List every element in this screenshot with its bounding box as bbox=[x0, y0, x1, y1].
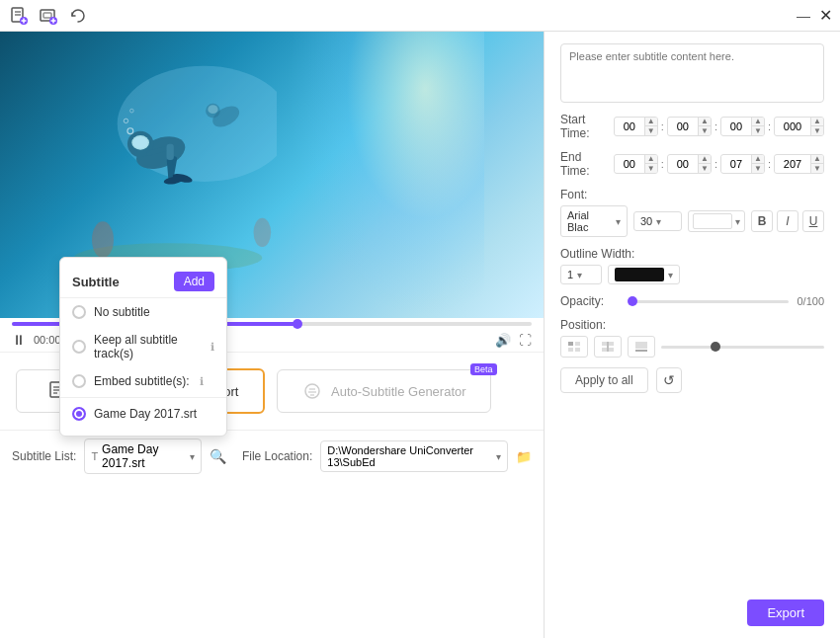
start-ms-field[interactable] bbox=[775, 119, 810, 134]
apply-to-all-button[interactable]: Apply to all bbox=[560, 367, 648, 393]
opacity-thumb[interactable] bbox=[628, 296, 637, 306]
font-family-select[interactable]: Arial Blac ▾ bbox=[560, 205, 628, 237]
game-day-item[interactable]: Game Day 2017.srt bbox=[60, 400, 226, 428]
right-panel: Start Time: ▲ ▼ : ▲ ▼ : bbox=[544, 32, 840, 638]
keep-all-radio[interactable] bbox=[72, 340, 86, 354]
folder-icon[interactable]: 📁 bbox=[516, 449, 532, 464]
export-button[interactable]: Export bbox=[747, 599, 824, 626]
end-sec-down[interactable]: ▼ bbox=[752, 164, 764, 173]
end-min-field[interactable] bbox=[668, 156, 698, 172]
end-ms-down[interactable]: ▼ bbox=[811, 164, 823, 173]
end-min-up[interactable]: ▲ bbox=[699, 155, 711, 164]
start-min-down[interactable]: ▼ bbox=[699, 126, 711, 135]
pause-button[interactable]: ⏸ bbox=[12, 332, 26, 348]
close-button[interactable]: ✕ bbox=[818, 9, 832, 23]
game-day-radio[interactable] bbox=[72, 407, 86, 421]
start-ms-down[interactable]: ▼ bbox=[811, 126, 823, 135]
svg-point-37 bbox=[305, 384, 319, 398]
refresh-icon[interactable] bbox=[67, 5, 89, 27]
font-size-select[interactable]: 30 ▾ bbox=[633, 211, 682, 231]
outline-color-picker[interactable]: ▾ bbox=[608, 265, 680, 284]
embed-radio[interactable] bbox=[72, 374, 86, 388]
position-thumb[interactable] bbox=[711, 342, 720, 352]
end-sec-up[interactable]: ▲ bbox=[752, 155, 764, 164]
start-ms-input[interactable]: ▲ ▼ bbox=[774, 117, 824, 136]
end-hour-up[interactable]: ▲ bbox=[645, 155, 657, 164]
minimize-button[interactable]: — bbox=[797, 9, 810, 23]
position-top-center-button[interactable] bbox=[594, 336, 622, 358]
popup-header: Subtitle Add bbox=[60, 266, 226, 298]
subtitle-dropdown[interactable]: T Game Day 2017.srt ▾ bbox=[84, 439, 202, 474]
beta-badge: Beta bbox=[470, 363, 497, 375]
search-icon[interactable]: 🔍 bbox=[210, 448, 226, 464]
end-ms-up[interactable]: ▲ bbox=[811, 155, 823, 164]
position-bottom-icon bbox=[634, 341, 648, 353]
start-min-up[interactable]: ▲ bbox=[699, 118, 711, 126]
start-hour-up[interactable]: ▲ bbox=[645, 118, 657, 126]
end-hour-field[interactable] bbox=[615, 156, 644, 172]
end-sep-2: : bbox=[714, 158, 718, 170]
end-ms-field[interactable] bbox=[775, 156, 810, 172]
add-subtitle-button[interactable]: Add bbox=[174, 272, 214, 291]
auto-subtitle-button[interactable]: Auto-Subtitle Generator bbox=[277, 369, 491, 413]
end-ms-input[interactable]: ▲ ▼ bbox=[774, 154, 824, 174]
bold-button[interactable]: B bbox=[751, 210, 773, 232]
end-sep-3: : bbox=[767, 158, 772, 170]
position-row bbox=[560, 336, 824, 358]
new-tab-icon[interactable] bbox=[38, 5, 59, 27]
italic-button[interactable]: I bbox=[777, 210, 798, 232]
end-sec-field[interactable] bbox=[721, 156, 751, 172]
start-sec-up[interactable]: ▲ bbox=[752, 118, 764, 126]
font-size-value: 30 bbox=[640, 215, 652, 227]
embed-item[interactable]: Embed subtitle(s): ℹ bbox=[60, 367, 226, 395]
end-sec-spinners: ▲ ▼ bbox=[751, 155, 764, 173]
new-file-icon[interactable] bbox=[8, 5, 30, 27]
outline-color-chevron: ▾ bbox=[668, 270, 673, 280]
svg-rect-42 bbox=[575, 342, 580, 346]
opacity-row: Opacity: 0/100 bbox=[560, 294, 824, 308]
position-bottom-button[interactable] bbox=[628, 336, 655, 358]
no-subtitle-label: No subtitle bbox=[94, 305, 150, 319]
end-sec-input[interactable]: ▲ ▼ bbox=[720, 154, 765, 174]
start-ms-spinners: ▲ ▼ bbox=[810, 118, 823, 135]
start-min-input[interactable]: ▲ ▼ bbox=[667, 117, 712, 136]
font-color-picker[interactable]: ▾ bbox=[688, 210, 745, 232]
keep-all-info-icon[interactable]: ℹ bbox=[210, 341, 214, 354]
svg-point-30 bbox=[254, 218, 272, 247]
no-subtitle-item[interactable]: No subtitle bbox=[60, 298, 226, 326]
light-rays-overlay bbox=[287, 32, 484, 318]
start-sec-input[interactable]: ▲ ▼ bbox=[720, 117, 765, 136]
position-slider[interactable] bbox=[661, 346, 824, 349]
subtitle-content-input[interactable] bbox=[560, 43, 824, 103]
embed-info-icon[interactable]: ℹ bbox=[200, 375, 204, 388]
start-hour-down[interactable]: ▼ bbox=[645, 126, 657, 135]
no-subtitle-radio[interactable] bbox=[72, 305, 86, 319]
auto-subtitle-icon bbox=[301, 380, 323, 402]
start-time-label: Start Time: bbox=[560, 113, 608, 140]
file-path-input[interactable]: D:\Wondershare UniConverter 13\SubEd ▾ bbox=[320, 440, 508, 472]
start-sec-down[interactable]: ▼ bbox=[752, 126, 764, 135]
opacity-slider[interactable] bbox=[632, 300, 789, 303]
outline-width-select[interactable]: 1 ▾ bbox=[560, 265, 602, 284]
end-hour-down[interactable]: ▼ bbox=[645, 164, 657, 173]
start-hour-input[interactable]: ▲ ▼ bbox=[614, 117, 658, 136]
end-hour-input[interactable]: ▲ ▼ bbox=[614, 154, 658, 174]
underline-button[interactable]: U bbox=[802, 210, 824, 232]
start-time-group: ▲ ▼ : ▲ ▼ : ▲ ▼ bbox=[614, 117, 824, 136]
popup-divider bbox=[60, 397, 226, 398]
fullscreen-icon[interactable]: ⛶ bbox=[519, 333, 532, 348]
start-sec-field[interactable] bbox=[721, 119, 751, 134]
keep-all-item[interactable]: Keep all subtitle track(s) ℹ bbox=[60, 326, 226, 367]
volume-icon[interactable]: 🔊 bbox=[495, 333, 511, 348]
end-min-input[interactable]: ▲ ▼ bbox=[667, 154, 712, 174]
start-ms-up[interactable]: ▲ bbox=[811, 118, 823, 126]
progress-thumb[interactable] bbox=[293, 319, 302, 329]
start-hour-field[interactable] bbox=[615, 119, 644, 134]
position-top-left-button[interactable] bbox=[560, 336, 588, 358]
file-path-text: D:\Wondershare UniConverter 13\SubEd bbox=[327, 444, 492, 468]
main-layout: ⏸ 00:00:04:070 / 00:00:07:207 🔊 ⛶ bbox=[0, 32, 840, 638]
end-min-down[interactable]: ▼ bbox=[699, 164, 711, 173]
reset-button[interactable]: ↺ bbox=[656, 367, 682, 393]
svg-point-29 bbox=[92, 221, 114, 258]
start-min-field[interactable] bbox=[668, 119, 698, 134]
